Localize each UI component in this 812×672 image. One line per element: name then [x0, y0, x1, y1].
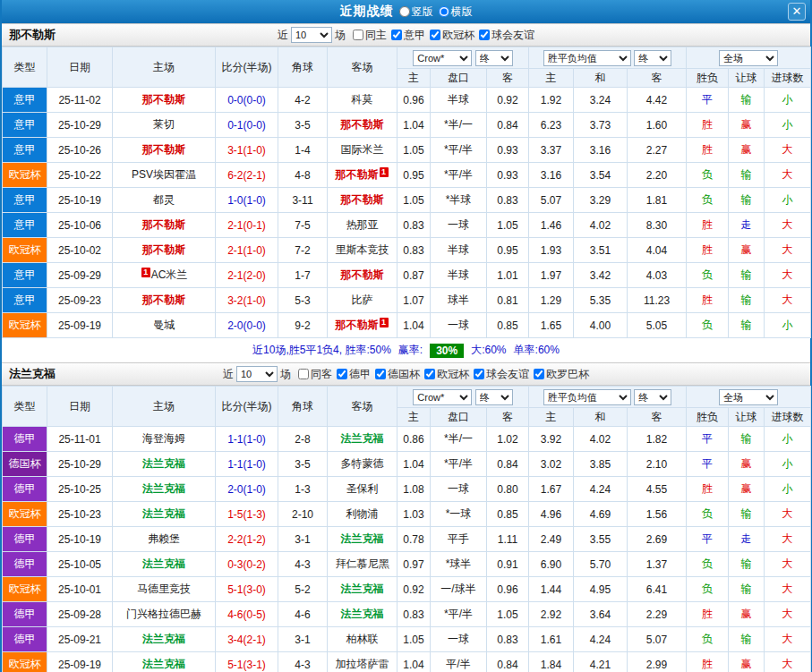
asian-home-odds: 0.83: [397, 602, 431, 627]
euro-draw-odds: 4.24: [574, 627, 628, 652]
euro-draw-odds: 5.35: [574, 288, 628, 313]
scope-select[interactable]: 全场: [719, 389, 778, 405]
filter-同客[interactable]: 同客: [298, 367, 332, 382]
goals-result: 小: [765, 427, 811, 452]
close-icon[interactable]: ✕: [788, 3, 806, 21]
near-label: 近: [223, 367, 234, 382]
corners: 5-2: [278, 577, 328, 602]
col-handicap: 盘口: [431, 408, 487, 427]
score: 1-1(1-0): [216, 452, 278, 477]
team-label: 法兰克福: [341, 608, 384, 620]
home-team: 法兰克福: [113, 627, 216, 652]
filter-欧罗巴杯[interactable]: 欧罗巴杯: [534, 367, 589, 382]
matches-count-select[interactable]: 10: [291, 27, 332, 43]
score: 3-2(1-0): [216, 288, 278, 313]
filter-checkbox[interactable]: [375, 369, 386, 379]
result: 负: [687, 263, 729, 288]
filter-checkbox[interactable]: [298, 369, 309, 379]
away-team: 加拉塔萨雷: [328, 652, 397, 672]
table-header-row-1: 类型 日期 主场 比分(半场) 角球 客场 Crow* 终 胜平负均值 终: [3, 387, 811, 408]
asian-away-odds: 0.84: [487, 452, 529, 477]
league-badge: 欧冠杯: [3, 238, 47, 263]
euro-average-select[interactable]: 胜平负均值: [543, 389, 631, 405]
result: 负: [687, 552, 729, 577]
home-team: 门兴格拉德巴赫: [113, 602, 216, 627]
team-label: 比萨: [352, 293, 373, 306]
col-handicap-result: 让球: [729, 408, 765, 427]
score: 0-1(0-0): [216, 113, 278, 138]
filter-欧冠杯[interactable]: 欧冠杯: [430, 28, 474, 43]
filter-德甲[interactable]: 德甲: [337, 367, 371, 382]
layout-option-horizontal[interactable]: 横版: [439, 4, 473, 20]
filter-checkbox[interactable]: [424, 369, 435, 379]
frankfurt-section-header: 法兰克福 近 10 场 同客德甲德国杯欧冠杯球会友谊欧罗巴杯: [2, 362, 810, 386]
euro-away-odds: 4.55: [628, 477, 687, 502]
filter-欧冠杯[interactable]: 欧冠杯: [424, 367, 469, 382]
team-label: 法兰克福: [142, 482, 185, 495]
asian-final-select[interactable]: 终: [475, 389, 513, 405]
euro-home-odds: 1.67: [529, 477, 574, 502]
result: 平: [687, 527, 729, 552]
filter-checkbox[interactable]: [391, 30, 402, 40]
euro-away-odds: 2.27: [628, 138, 687, 163]
col-result: 胜负: [687, 69, 729, 88]
filter-意甲[interactable]: 意甲: [391, 28, 425, 43]
odds-company-select[interactable]: Crow*: [413, 50, 472, 66]
asian-final-select[interactable]: 终: [475, 50, 513, 66]
euro-away-odds: 6.41: [628, 577, 687, 602]
result: 胜: [687, 238, 729, 263]
corners: 2-10: [278, 502, 328, 527]
horizontal-radio-label: 横版: [451, 4, 473, 20]
euro-final-select[interactable]: 终: [634, 50, 671, 66]
euro-draw-odds: 3.54: [574, 163, 628, 188]
team-section-frankfurt: 法兰克福 近 10 场 同客德甲德国杯欧冠杯球会友谊欧罗巴杯 类型 日期 主场: [2, 362, 810, 672]
away-team: 那不勒斯1: [328, 163, 397, 188]
goals-result: 大: [765, 163, 811, 188]
filter-checkbox[interactable]: [479, 30, 490, 40]
filter-同主[interactable]: 同主: [353, 28, 387, 43]
summary-text: 近10场,胜5平1负4, 胜率:50%: [252, 343, 391, 358]
layout-option-vertical[interactable]: 竖版: [399, 4, 433, 20]
filter-checkbox[interactable]: [353, 30, 363, 40]
scope-select[interactable]: 全场: [719, 50, 778, 66]
red-card-badge: 1: [380, 318, 389, 327]
asian-away-odds: 1.01: [487, 263, 529, 288]
euro-home-odds: 1.29: [529, 288, 574, 313]
horizontal-radio[interactable]: [439, 6, 449, 17]
asian-home-odds: 0.83: [397, 238, 431, 263]
euro-away-odds: 1.60: [628, 113, 687, 138]
col-handicap: 盘口: [431, 69, 487, 88]
filter-checkbox[interactable]: [534, 369, 544, 379]
filter-球会友谊[interactable]: 球会友谊: [474, 367, 529, 382]
euro-draw-odds: 3.73: [574, 113, 628, 138]
home-team: 那不勒斯: [113, 238, 216, 263]
match-row: 意甲25-10-29莱切0-1(0-0)3-5那不勒斯1.04*半/一0.846…: [3, 113, 811, 138]
filter-checkbox[interactable]: [337, 369, 347, 379]
euro-home-odds: 2.92: [529, 602, 574, 627]
euro-final-select[interactable]: 终: [634, 389, 671, 405]
result: 负: [687, 577, 729, 602]
league-badge: 意甲: [3, 113, 47, 138]
filter-checkbox[interactable]: [474, 369, 484, 379]
handicap: 一球: [431, 213, 487, 238]
filter-label: 同主: [365, 28, 387, 43]
handicap-result: 赢: [729, 138, 765, 163]
filter-球会友谊[interactable]: 球会友谊: [479, 28, 534, 43]
team-label: 那不勒斯: [142, 293, 185, 306]
team-label: 法兰克福: [142, 633, 185, 645]
euro-average-select[interactable]: 胜平负均值: [543, 50, 631, 66]
away-team: 那不勒斯: [328, 188, 397, 213]
napoli-matches-table: 类型 日期 主场 比分(半场) 角球 客场 Crow* 终 胜平负均值 终: [2, 47, 811, 338]
corners: 1-4: [278, 138, 328, 163]
result: 平: [687, 452, 729, 477]
vertical-radio[interactable]: [399, 6, 410, 17]
result: 负: [687, 627, 729, 652]
filter-德国杯[interactable]: 德国杯: [375, 367, 420, 382]
team-label: 那不勒斯: [341, 268, 384, 281]
matches-count-select[interactable]: 10: [236, 366, 278, 382]
odds-company-select[interactable]: Crow*: [413, 389, 472, 405]
goals-result: 大: [765, 288, 811, 313]
match-date: 25-10-22: [47, 163, 113, 188]
filter-checkbox[interactable]: [430, 30, 440, 40]
match-date: 25-09-29: [47, 263, 113, 288]
